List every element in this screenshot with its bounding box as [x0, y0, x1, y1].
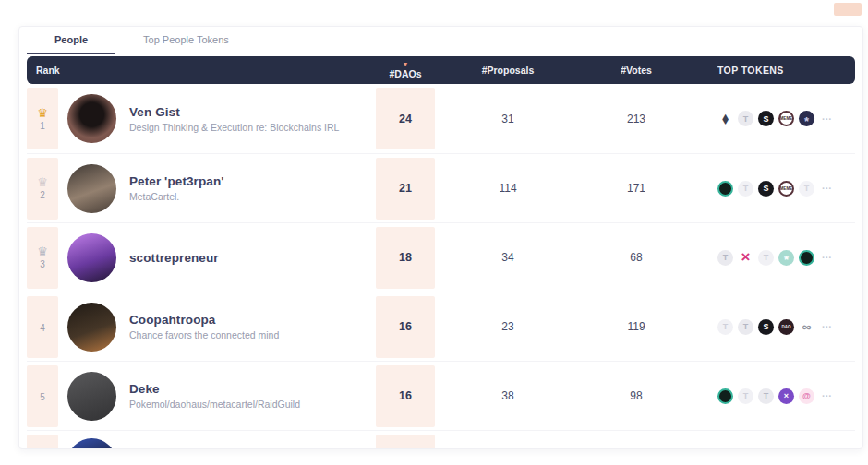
- t-token-icon: T: [738, 388, 753, 404]
- person-name[interactable]: Ven Gist: [129, 105, 339, 119]
- table-row[interactable]: 5DekePokemol/daohaus/metacartel/RaidGuil…: [27, 361, 855, 430]
- person-name[interactable]: Deke: [129, 382, 300, 396]
- column-header-daos[interactable]: ▼ #DAOs: [376, 61, 435, 79]
- proposals-value: 38: [439, 389, 577, 402]
- dao-token-icon: DAO: [778, 319, 794, 335]
- daos-header-label: #DAOs: [389, 69, 421, 80]
- name-block: CoopahtroopaChance favors the connected …: [129, 313, 279, 340]
- proposals-value: 114: [439, 182, 577, 195]
- daos-cell: 16: [376, 296, 435, 358]
- rank-cell: 4: [27, 296, 58, 358]
- top-tokens-cell: TTSDAO∞···: [695, 319, 855, 335]
- table-header: Rank ▼ #DAOs #Proposals #Votes TOP TOKEN…: [27, 56, 855, 84]
- t-token-icon: T: [738, 181, 753, 197]
- rank-number: 1: [40, 121, 45, 131]
- column-header-top-tokens[interactable]: TOP TOKENS: [695, 65, 855, 76]
- table-row[interactable]: ♛2Peter 'pet3rpan'MetaCartel.21114171TSM…: [27, 153, 855, 222]
- daos-cell: [376, 435, 435, 449]
- tab-top-people-tokens[interactable]: Top People Tokens: [115, 27, 257, 54]
- column-header-rank[interactable]: Rank: [27, 65, 58, 76]
- t-token-icon: T: [758, 388, 774, 404]
- daohaus-token-icon: [717, 181, 733, 197]
- votes-value: 98: [581, 389, 692, 402]
- daos-cell: 24: [376, 88, 435, 149]
- t-token-icon: T: [738, 319, 753, 335]
- crown-icon: ♛: [37, 245, 48, 257]
- t-token-icon: T: [717, 250, 733, 266]
- s-token-icon: S: [758, 181, 774, 197]
- votes-value: 119: [581, 320, 692, 333]
- person-name[interactable]: Peter 'pet3rpan': [129, 174, 224, 188]
- person-subtitle: Pokemol/daohaus/metacartel/RaidGuild: [129, 399, 300, 410]
- column-header-votes[interactable]: #Votes: [581, 65, 692, 76]
- sort-desc-icon: ▼: [403, 61, 409, 68]
- more-tokens-icon[interactable]: ···: [819, 321, 835, 332]
- name-block: DekePokemol/daohaus/metacartel/RaidGuild: [129, 382, 300, 410]
- avatar: [67, 164, 116, 213]
- tab-people[interactable]: People: [27, 27, 115, 54]
- name-block: scottrepreneur: [129, 251, 219, 265]
- rank-cell: ♛3: [27, 227, 58, 289]
- top-right-marker: [834, 3, 862, 16]
- top-tokens-cell: T×T*···: [695, 248, 855, 267]
- votes-value: 171: [581, 182, 692, 195]
- avatar: [67, 438, 116, 450]
- more-tokens-icon[interactable]: ···: [819, 390, 835, 401]
- snowflake-token-icon: *: [778, 250, 794, 266]
- table-rows: ♛1Ven GistDesign Thinking & Execution re…: [19, 84, 862, 449]
- more-tokens-icon[interactable]: ···: [819, 252, 835, 263]
- table-row[interactable]: ♛1Ven GistDesign Thinking & Execution re…: [27, 84, 855, 153]
- crown-icon: ♛: [37, 176, 48, 188]
- fwb-token-icon: *: [799, 111, 814, 126]
- table-row[interactable]: ♛3scottrepreneur183468T×T*···: [27, 222, 855, 292]
- top-tokens-cell: TT×@···: [695, 388, 855, 404]
- meme-token-icon: MEME: [778, 181, 794, 197]
- daos-cell: 21: [376, 158, 435, 220]
- t-token-icon: T: [799, 181, 814, 197]
- daos-value: 16: [399, 389, 412, 402]
- person-cell: Peter 'pet3rpan'MetaCartel.: [62, 154, 372, 222]
- avatar: [67, 233, 116, 282]
- t-token-icon: T: [738, 111, 753, 126]
- avatar: [67, 303, 116, 352]
- rank-number: 2: [40, 190, 45, 200]
- person-name[interactable]: scottrepreneur: [129, 251, 219, 265]
- table-row[interactable]: 4CoopahtroopaChance favors the connected…: [27, 292, 855, 361]
- raid-token-icon: ×: [778, 388, 794, 404]
- more-tokens-icon[interactable]: ···: [819, 183, 835, 194]
- person-name[interactable]: Coopahtroopa: [129, 313, 279, 327]
- eth-token-icon: ◆: [720, 112, 730, 126]
- name-block: Peter 'pet3rpan'MetaCartel.: [129, 174, 224, 202]
- rank-cell: 5: [27, 365, 58, 427]
- more-tokens-icon[interactable]: ···: [819, 113, 835, 125]
- person-subtitle: Chance favors the connected mind: [129, 329, 279, 340]
- daos-cell: 16: [376, 365, 435, 427]
- person-cell: DekePokemol/daohaus/metacartel/RaidGuild: [62, 362, 372, 430]
- meme-token-icon: MEME: [778, 111, 794, 126]
- rank-cell: [27, 435, 58, 449]
- t-token-icon: T: [717, 319, 733, 335]
- rank-number: 4: [40, 323, 45, 333]
- daohaus-token-icon: [717, 388, 733, 404]
- person-cell: CoopahtroopaChance favors the connected …: [62, 292, 372, 361]
- t-token-icon: T: [758, 250, 774, 266]
- leaderboard-card: People Top People Tokens Rank ▼ #DAOs #P…: [18, 26, 863, 449]
- daohaus-token-icon: [799, 250, 814, 266]
- tab-bar: People Top People Tokens: [19, 27, 862, 54]
- proposals-value: 31: [439, 113, 577, 125]
- votes-value: 68: [581, 251, 692, 264]
- mask-token-icon: ∞: [799, 319, 814, 334]
- top-tokens-cell: TSMEMET···: [695, 181, 855, 197]
- column-header-proposals[interactable]: #Proposals: [439, 65, 577, 76]
- proposals-value: 34: [439, 251, 577, 264]
- votes-value: 213: [581, 113, 692, 125]
- person-subtitle: MetaCartel.: [129, 191, 224, 202]
- top-tokens-cell: ◆TSMEME*···: [695, 111, 855, 126]
- s-token-icon: S: [758, 319, 774, 335]
- x-token-icon: ×: [738, 248, 753, 267]
- daos-cell: 18: [376, 227, 435, 289]
- person-cell: scottrepreneur: [62, 223, 372, 292]
- daos-value: 16: [399, 320, 412, 333]
- rank-cell: ♛1: [27, 88, 58, 149]
- person-cell: [62, 431, 372, 449]
